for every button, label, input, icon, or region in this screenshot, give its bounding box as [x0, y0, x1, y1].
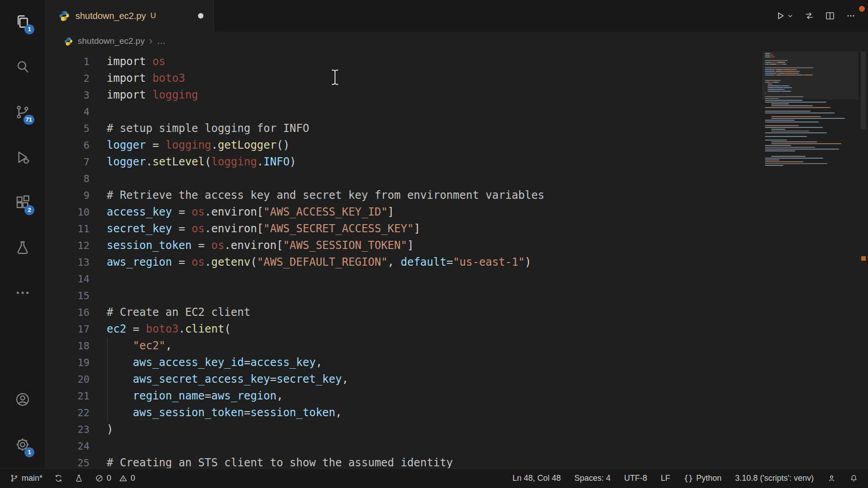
tab-shutdown-ec2[interactable]: shutdown_ec2.py U — [46, 0, 214, 32]
line-number: 2 — [46, 70, 90, 87]
python-interpreter[interactable]: 3.10.8 ('scripts': venv) — [735, 474, 814, 483]
code-text: "ec2", — [107, 338, 172, 354]
code-line-12[interactable]: 12session_token = os.environ["AWS_SESSIO… — [46, 237, 868, 254]
run-debug-icon — [14, 149, 31, 167]
split-editor-icon[interactable] — [825, 10, 835, 21]
chevron-right-icon: › — [149, 36, 152, 46]
code-text: logger = logging.getLogger() — [107, 137, 290, 154]
activity-item-source-control[interactable]: 71 — [0, 90, 45, 136]
code-text: region_name=aws_region, — [107, 388, 283, 404]
encoding-indicator[interactable]: UTF-8 — [624, 474, 647, 483]
code-line-18[interactable]: 18 "ec2", — [46, 338, 868, 354]
code-line-19[interactable]: 19 aws_access_key_id=access_key, — [46, 354, 868, 371]
code-line-17[interactable]: 17ec2 = boto3.client( — [46, 321, 868, 338]
status-bar-right: Ln 48, Col 48 Spaces: 4 UTF-8 LF {} Pyth… — [512, 474, 858, 483]
code-text: # Creating an STS client to show the ass… — [107, 455, 453, 468]
code-line-2[interactable]: 2import boto3 — [46, 70, 868, 87]
activity-bar: 1 71 — [0, 0, 46, 468]
code-line-11[interactable]: 11secret_key = os.environ["AWS_SECRET_AC… — [46, 221, 868, 237]
code-text: aws_region = os.getenv("AWS_DEFAULT_REGI… — [107, 254, 531, 271]
warning-triangle-icon — [119, 474, 127, 483]
notifications-button[interactable] — [849, 474, 858, 483]
cursor-position[interactable]: Ln 48, Col 48 — [512, 474, 561, 483]
code-text: secret_key = os.environ["AWS_SECRET_ACCE… — [107, 221, 420, 237]
activity-item-search[interactable] — [0, 45, 45, 90]
code-line-20[interactable]: 20 aws_secret_access_key=secret_key, — [46, 371, 868, 388]
code-line-4[interactable]: 4 — [46, 103, 868, 120]
code-text: import os — [107, 53, 165, 70]
breadcrumb-symbol[interactable]: … — [157, 36, 165, 46]
code-line-24[interactable]: 24 — [46, 438, 868, 455]
code-text: ) — [107, 421, 113, 438]
code-line-7[interactable]: 7logger.setLevel(logging.INFO) — [46, 154, 868, 170]
activity-item-accounts[interactable] — [0, 378, 45, 423]
line-number: 6 — [46, 137, 90, 154]
mouse-cursor-ibeam — [330, 69, 340, 86]
editor-actions — [775, 0, 868, 32]
line-number: 15 — [46, 287, 90, 304]
code-editor[interactable]: 1import os2import boto33import logging45… — [46, 51, 868, 468]
code-line-8[interactable]: 8 — [46, 170, 868, 187]
code-line-16[interactable]: 16# Create an EC2 client — [46, 304, 868, 321]
activity-item-testing[interactable] — [0, 226, 45, 271]
code-text: logger.setLevel(logging.INFO) — [107, 154, 296, 170]
code-line-13[interactable]: 13aws_region = os.getenv("AWS_DEFAULT_RE… — [46, 254, 868, 271]
code-line-9[interactable]: 9# Retrieve the access key and secret ke… — [46, 187, 868, 204]
code-line-22[interactable]: 22 aws_session_token=session_token, — [46, 404, 868, 421]
account-icon — [14, 391, 31, 409]
line-number: 1 — [46, 53, 90, 70]
code-line-21[interactable]: 21 region_name=aws_region, — [46, 388, 868, 404]
line-number: 7 — [46, 154, 90, 170]
explorer-badge: 1 — [24, 24, 34, 34]
eol-indicator[interactable]: LF — [661, 474, 670, 483]
line-number: 17 — [46, 321, 90, 338]
beaker-status-button[interactable] — [75, 474, 83, 483]
code-text: aws_secret_access_key=secret_key, — [107, 371, 349, 388]
problems-indicator[interactable]: 0 0 — [95, 474, 135, 483]
run-button-group — [775, 10, 794, 21]
scrollbar-slider[interactable] — [861, 52, 866, 129]
activity-item-more[interactable] — [0, 271, 45, 316]
minimap[interactable] — [762, 52, 858, 166]
line-number: 4 — [46, 103, 90, 120]
code-line-10[interactable]: 10access_key = os.environ["AWS_ACCESS_KE… — [46, 204, 868, 221]
code-lines: 1import os2import boto33import logging45… — [46, 53, 868, 468]
code-line-5[interactable]: 5# setup simple logging for INFO — [46, 120, 868, 137]
run-dropdown-chevron[interactable] — [787, 12, 794, 19]
code-text: # setup simple logging for INFO — [107, 120, 309, 137]
language-mode[interactable]: {} Python — [684, 474, 722, 483]
run-python-file-button[interactable] — [775, 10, 786, 21]
activity-item-extensions[interactable]: 2 — [0, 181, 45, 226]
code-line-15[interactable]: 15 — [46, 287, 868, 304]
line-number: 19 — [46, 354, 90, 371]
code-line-25[interactable]: 25# Creating an STS client to show the a… — [46, 455, 868, 468]
code-line-6[interactable]: 6logger = logging.getLogger() — [46, 137, 868, 154]
beaker-status-icon — [75, 474, 83, 483]
sync-button[interactable] — [54, 474, 63, 483]
overview-ruler-mark — [861, 256, 866, 261]
branch-name: main* — [22, 474, 42, 483]
code-line-3[interactable]: 3import logging — [46, 87, 868, 103]
code-text: aws_access_key_id=access_key, — [107, 354, 322, 371]
activity-item-settings[interactable]: 1 — [0, 423, 45, 468]
feedback-button[interactable] — [827, 474, 836, 483]
code-line-1[interactable]: 1import os — [46, 53, 868, 70]
code-text: ec2 = boto3.client( — [107, 321, 231, 338]
branch-indicator[interactable]: main* — [10, 474, 42, 483]
line-number: 18 — [46, 338, 90, 354]
activity-item-run-debug[interactable] — [0, 136, 45, 181]
line-number: 20 — [46, 371, 90, 388]
line-number: 8 — [46, 170, 90, 187]
more-actions-icon[interactable] — [845, 10, 856, 21]
line-number: 21 — [46, 388, 90, 404]
code-text: aws_session_token=session_token, — [107, 404, 342, 421]
activity-item-explorer[interactable]: 1 — [0, 0, 45, 45]
bell-icon — [849, 474, 858, 483]
open-changes-icon[interactable] — [804, 10, 815, 21]
code-line-14[interactable]: 14 — [46, 271, 868, 287]
tab-dirty-indicator[interactable] — [198, 13, 203, 19]
code-text: access_key = os.environ["AWS_ACCESS_KEY_… — [107, 204, 394, 221]
code-line-23[interactable]: 23) — [46, 421, 868, 438]
breadcrumb-file[interactable]: shutdown_ec2.py — [78, 36, 145, 46]
indentation-indicator[interactable]: Spaces: 4 — [574, 474, 610, 483]
